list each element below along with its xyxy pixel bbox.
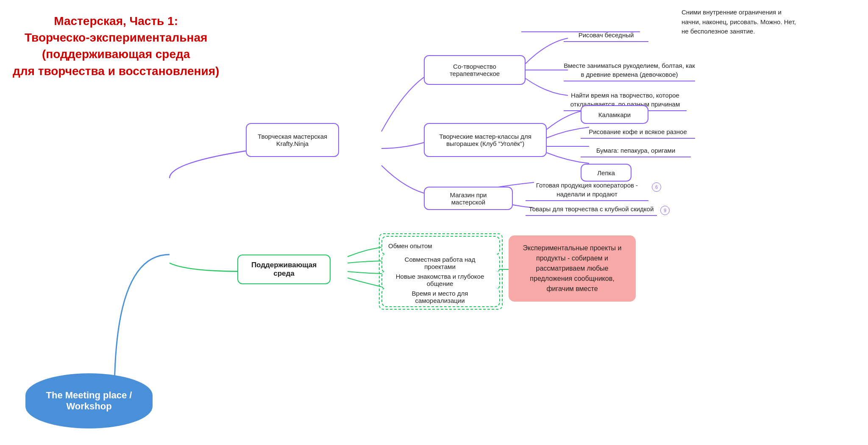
experimental-projects-label: Экспериментальные проекты и продукты - с…	[518, 243, 626, 294]
craft-supplies-node: Товары для творчества с клубной скидкой	[526, 203, 657, 216]
meeting-place-node: The Meeting place / Workshop	[25, 373, 153, 428]
top-annotation: Сними внутренние ограничения и начни, на…	[682, 8, 800, 36]
master-classes-node: Творческие мастер-классы для выгорашек (…	[424, 123, 547, 157]
crafting-together-label: Вместе заниматься рукоделием, болтая, ка…	[564, 61, 695, 79]
badge-6-label: 6	[655, 185, 658, 190]
craft-supplies-label: Товары для творчества с клубной скидкой	[529, 204, 654, 213]
creative-workshop-node: Творческая мастерская Krafty.Ninja	[246, 123, 339, 157]
creative-workshop-label: Творческая мастерская Krafty.Ninja	[254, 133, 331, 147]
supporting-env-label: Поддерживающая среда	[248, 261, 320, 278]
friendly-drawing-node: Рисовач беседный	[564, 29, 648, 42]
collaborative-work-label: Совместная работа над проектами	[388, 256, 492, 270]
badge-9-label: 9	[664, 208, 666, 213]
kalamkari-node: Каламкари	[581, 105, 648, 124]
master-classes-label: Творческие мастер-классы для выгорашек (…	[432, 133, 538, 147]
ready-products-node: Готовая продукция кооператоров - наделал…	[526, 179, 648, 201]
friendly-drawing-label: Рисовач беседный	[579, 31, 634, 39]
paper-label: Бумага: пепакура, оригами	[596, 146, 676, 155]
time-place-label: Время и место для самореализации	[388, 290, 492, 304]
paper-node: Бумага: пепакура, оригами	[581, 144, 691, 157]
kalamkari-label: Каламкари	[598, 111, 631, 118]
sculpting-label: Лепка	[597, 169, 615, 176]
crafting-together-node: Вместе заниматься рукоделием, болтая, ка…	[564, 59, 695, 81]
ready-products-label: Готовая продукция кооператоров - наделал…	[526, 181, 648, 199]
page-title: Мастерская, Часть 1: Творческо-экспериме…	[13, 13, 219, 79]
experimental-projects-node: Экспериментальные проекты и продукты - с…	[509, 235, 636, 302]
title-line4: для творчества и восстановления)	[13, 63, 219, 79]
title-line2: Творческо-экспериментальная	[13, 29, 219, 46]
new-acquaintances-label: Новые знакомства и глубокое общение	[388, 273, 492, 287]
co-creativity-label: Со-творчество терапевтическое	[432, 63, 517, 77]
meeting-place-label: The Meeting place / Workshop	[38, 390, 140, 412]
time-place-node: Время и место для самореализации	[381, 288, 500, 307]
co-creativity-node: Со-творчество терапевтическое	[424, 55, 526, 85]
badge-9: 9	[660, 206, 670, 215]
title-line1: Мастерская, Часть 1:	[13, 13, 219, 29]
experience-exchange-node: Обмен опытом	[381, 236, 500, 255]
title-line3: (поддерживающая среда	[13, 46, 219, 62]
experience-exchange-label: Обмен опытом	[388, 242, 432, 249]
coffee-drawing-label: Рисование кофе и всякое разное	[589, 127, 687, 136]
badge-6: 6	[652, 182, 661, 192]
coffee-drawing-node: Рисование кофе и всякое разное	[581, 126, 695, 139]
shop-label: Магазин при мастерской	[432, 191, 504, 206]
shop-node: Магазин при мастерской	[424, 187, 513, 210]
supporting-env-node: Поддерживающая среда	[237, 255, 331, 284]
